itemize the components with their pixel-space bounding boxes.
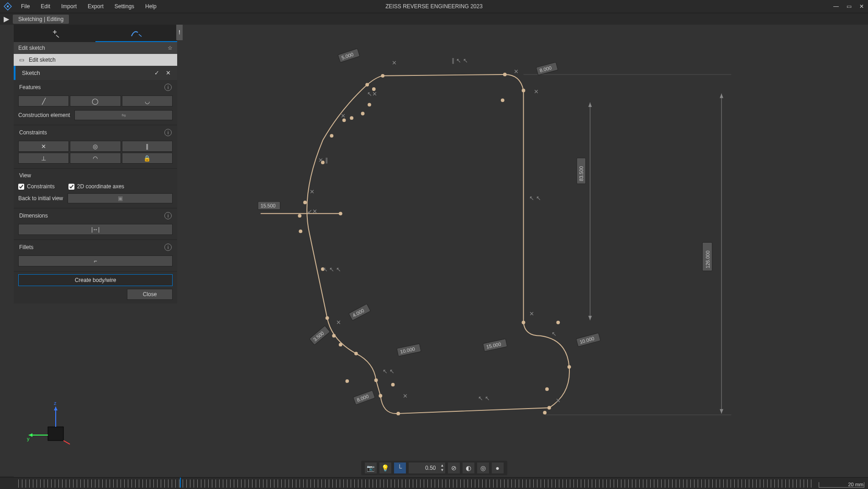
feature-line-button[interactable]: ╱	[18, 96, 69, 106]
checkbox-axes-label: 2D coordinate axes	[77, 183, 124, 190]
svg-text:↖✕: ↖✕	[367, 91, 377, 97]
constraint-glyphs: ✕∥ ↖ ↖ ✕✕ ↖ ↖✕ ↖✕ ↖ ↖✕ ↖ ↖✕ ↖ ↖ ↖↙✕ ✕ ∥✕…	[307, 58, 561, 404]
sketch-outline[interactable]	[307, 74, 569, 414]
svg-point-15	[345, 379, 349, 383]
svg-text:✕: ✕	[392, 60, 397, 66]
info-icon[interactable]: i	[164, 212, 172, 219]
halftone-button[interactable]: ◐	[463, 462, 474, 473]
dimension-10a[interactable]: 10.000	[397, 344, 421, 356]
tab-edit-path[interactable]	[95, 25, 177, 42]
ruler[interactable]: 20 mm	[0, 477, 868, 489]
axes-toggle-button[interactable]: └	[394, 462, 406, 473]
fillet-tool-button[interactable]: ⌐	[18, 255, 173, 266]
constraint-coincident-button[interactable]: ✕	[18, 141, 69, 152]
dimension-5[interactable]: 5.000	[338, 48, 360, 62]
svg-text:126.000: 126.000	[705, 250, 710, 268]
constraint-perpendicular-button[interactable]: ⊥	[18, 153, 69, 164]
opacity-value-text: 0.50	[425, 465, 436, 471]
svg-text:✕: ✕	[341, 113, 346, 119]
sketch-nodes[interactable]	[298, 73, 571, 415]
svg-point-19	[326, 316, 329, 320]
info-icon[interactable]: i	[164, 244, 172, 251]
notification-badge-icon[interactable]: !	[176, 25, 183, 40]
svg-point-14	[391, 383, 395, 387]
main-menu: File Edit Import Export Settings Help	[16, 0, 162, 13]
dimension-10b[interactable]: 10.000	[576, 333, 600, 346]
outline-button[interactable]: ◎	[477, 462, 489, 473]
solid-button[interactable]: ●	[492, 462, 504, 473]
svg-point-1	[381, 74, 384, 78]
feature-circle-button[interactable]: ◯	[70, 96, 121, 106]
create-body-button[interactable]: Create body/wire	[18, 274, 173, 286]
close-icon[interactable]: ✕	[166, 69, 171, 76]
features-header: Features i	[14, 80, 177, 93]
svg-text:83.500: 83.500	[579, 166, 584, 181]
svg-text:✕: ✕	[556, 398, 561, 404]
svg-rect-77	[48, 427, 63, 441]
svg-point-17	[339, 343, 342, 346]
no-fill-button[interactable]: ⊘	[448, 462, 460, 473]
dimension-3-5[interactable]: 3.500	[309, 326, 330, 345]
info-icon[interactable]: i	[164, 84, 172, 91]
dimensions-header: Dimensions i	[14, 208, 177, 221]
svg-point-28	[350, 116, 353, 120]
svg-text:✕: ✕	[514, 69, 519, 75]
svg-point-3	[522, 89, 526, 92]
ruler-marker[interactable]	[180, 478, 181, 488]
camera-button[interactable]: 📷	[365, 462, 377, 473]
menu-help[interactable]: Help	[140, 0, 162, 13]
close-window-button[interactable]: ✕	[855, 0, 868, 13]
svg-point-24	[339, 212, 342, 215]
maximize-button[interactable]: ▭	[842, 0, 855, 13]
ruler-ticks	[18, 479, 813, 488]
bulb-button[interactable]: 💡	[379, 462, 391, 473]
app-title: ZEISS REVERSE ENGINEERING 2023	[385, 3, 483, 10]
favorite-star-icon[interactable]: ☆	[168, 45, 173, 51]
constraint-concentric-button[interactable]: ◎	[70, 141, 121, 152]
dimension-126[interactable]: 126.000	[523, 74, 731, 415]
dimension-8b[interactable]: 8.000	[353, 390, 375, 405]
menu-file[interactable]: File	[16, 0, 35, 13]
menu-import[interactable]: Import	[56, 0, 82, 13]
back-view-button[interactable]: ▣	[68, 193, 173, 203]
svg-point-23	[303, 201, 307, 204]
constraint-lock-button[interactable]: 🔒	[122, 153, 173, 164]
constraint-tangent-button[interactable]: ◠	[70, 153, 121, 164]
checkbox-constraints-label: Constraints	[27, 183, 55, 190]
close-panel-button[interactable]: Close	[127, 289, 173, 300]
breadcrumb-back-icon[interactable]: ▶	[0, 15, 13, 23]
svg-point-21	[299, 229, 302, 233]
dimension-15-5[interactable]: 15.500	[258, 202, 280, 210]
dimension-tool-button[interactable]: |↔|	[18, 224, 173, 235]
feature-arc-button[interactable]: ◡	[122, 96, 173, 106]
svg-text:↙✕: ↙✕	[307, 208, 317, 215]
svg-point-13	[374, 378, 378, 382]
check-icon[interactable]: ✓	[154, 69, 159, 76]
checkbox-axes[interactable]: 2D coordinate axes	[68, 183, 124, 190]
svg-text:✕: ✕	[529, 311, 534, 317]
bottom-toolbar: 📷 💡 └ 0.50▲▼ ⊘ ◐ ◎ ●	[361, 461, 507, 475]
sketch-chip[interactable]: Sketch ✓ ✕	[14, 66, 177, 80]
menu-settings[interactable]: Settings	[109, 0, 140, 13]
checkbox-constraints[interactable]: Constraints	[18, 183, 55, 190]
constraint-parallel-button[interactable]: ∥	[122, 141, 173, 152]
panel-title: Edit sketch	[18, 45, 45, 51]
side-panel: ! Edit sketch ☆ ▭ Edit sketch Sketch ✓ ✕…	[14, 25, 177, 303]
title-bar: File Edit Import Export Settings Help ZE…	[0, 0, 868, 13]
spinner-icon[interactable]: ▲▼	[441, 463, 444, 473]
dimension-4[interactable]: 4.000	[349, 304, 371, 320]
dimension-8a[interactable]: 8.000	[536, 62, 558, 75]
tab-place[interactable]	[14, 25, 95, 42]
info-icon[interactable]: i	[164, 129, 172, 136]
opacity-value[interactable]: 0.50▲▼	[409, 462, 445, 473]
minimize-button[interactable]: —	[830, 0, 842, 13]
menu-edit[interactable]: Edit	[35, 0, 56, 13]
menu-export[interactable]: Export	[82, 0, 109, 13]
construction-toggle[interactable]: ⇋	[74, 110, 173, 120]
edit-sketch-sub-row[interactable]: ▭ Edit sketch	[14, 54, 177, 66]
axis-gizmo[interactable]: z y	[25, 399, 75, 449]
dimension-83-5[interactable]: 83.500	[577, 102, 592, 320]
svg-point-22	[298, 214, 301, 218]
dimension-15[interactable]: 15.000	[483, 339, 507, 351]
svg-text:15.500: 15.500	[261, 203, 276, 208]
